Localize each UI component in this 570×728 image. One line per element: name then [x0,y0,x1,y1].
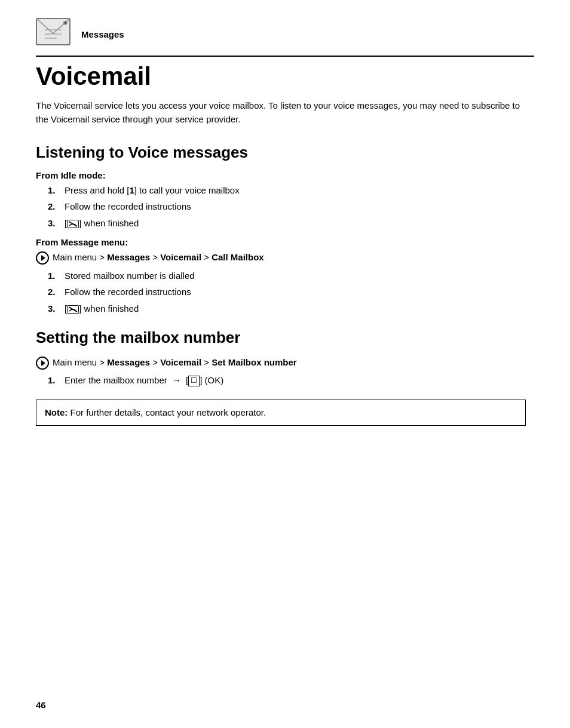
idle-step-1: 1. Press and hold [1] to call your voice… [48,184,534,198]
menu-step-3: 3. [] when finished [48,302,534,316]
circle-arrow-icon [36,251,49,265]
step-num-3: 3. [48,217,65,231]
menu-step-2: 2. Follow the recorded instructions [48,285,534,299]
section-listening-heading: Listening to Voice messages [36,143,534,162]
nav2-bold-voicemail: Voicemail [160,357,201,367]
from-idle-label: From Idle mode: [36,170,534,180]
nav-bold-callmailbox: Call Mailbox [212,252,264,262]
menu-steps-list: 1. Stored mailbox number is dialled 2. F… [48,269,534,316]
idle-steps-list: 1. Press and hold [1] to call your voice… [48,184,534,231]
step-num-2: 2. [48,200,65,214]
menu-step-1-text: Stored mailbox number is dialled [65,269,534,283]
page-header: ✱ Messages [36,18,534,57]
key-1: 1 [129,185,134,195]
page-number: 46 [36,700,46,710]
nav-bold-messages: Messages [107,252,150,262]
ok-button-icon: ☐ [188,376,200,386]
nav-text-setmailbox: Main menu > Messages > Voicemail > Set M… [53,356,297,370]
section-setting-heading: Setting the mailbox number [36,328,534,347]
step-num-1: 1. [48,184,65,198]
idle-step-3-text: [] when finished [65,217,534,231]
note-box: Note: For further details, contact your … [36,400,526,426]
nav-text-voicemail: Main menu > Messages > Voicemail > Call … [53,251,264,265]
end-call-icon-2 [67,305,79,314]
menu-step-3-text: [] when finished [65,302,534,316]
header-label: Messages [81,29,124,39]
note-label: Note: [45,407,68,417]
note-text: For further details, contact your networ… [71,407,266,417]
nav-bold-voicemail: Voicemail [160,252,201,262]
setting-step-1: 1. Enter the mailbox number → [☐] (OK) [48,374,534,388]
menu-step-1: 1. Stored mailbox number is dialled [48,269,534,283]
menu-step-num-2: 2. [48,285,65,299]
idle-step-2-text: Follow the recorded instructions [65,200,534,214]
section-setting: Setting the mailbox number Main menu > M… [36,328,534,426]
from-menu-block: From Message menu: Main menu > Messages … [36,237,534,315]
menu-step-num-3: 3. [48,302,65,316]
setting-step-num-1: 1. [48,374,65,388]
setting-steps-list: 1. Enter the mailbox number → [☐] (OK) [48,374,534,388]
nav-item-voicemail: Main menu > Messages > Voicemail > Call … [36,251,534,265]
circle-arrow-icon-2 [36,357,49,370]
setting-step-1-text: Enter the mailbox number → [☐] (OK) [65,374,534,388]
from-idle-block: From Idle mode: 1. Press and hold [1] to… [36,170,534,231]
page: ✱ Messages Voicemail The Voicemail servi… [0,0,570,728]
nav2-bold-messages: Messages [107,357,150,367]
idle-step-2: 2. Follow the recorded instructions [48,200,534,214]
section-listening: Listening to Voice messages From Idle mo… [36,143,534,316]
svg-text:✱: ✱ [63,20,68,26]
messages-icon: ✱ [36,18,72,51]
from-menu-label: From Message menu: [36,237,534,247]
nav-item-setmailbox: Main menu > Messages > Voicemail > Set M… [36,356,534,370]
idle-step-1-text: Press and hold [1] to call your voice ma… [65,184,534,198]
intro-text: The Voicemail service lets you access yo… [36,99,526,127]
menu-step-num-1: 1. [48,269,65,283]
arrow-right-icon: → [172,375,181,385]
page-title: Voicemail [36,63,534,90]
end-call-icon-1 [67,220,79,228]
menu-step-2-text: Follow the recorded instructions [65,285,534,299]
nav2-bold-setmailbox: Set Mailbox number [212,357,297,367]
idle-step-3: 3. [] when finished [48,217,534,231]
